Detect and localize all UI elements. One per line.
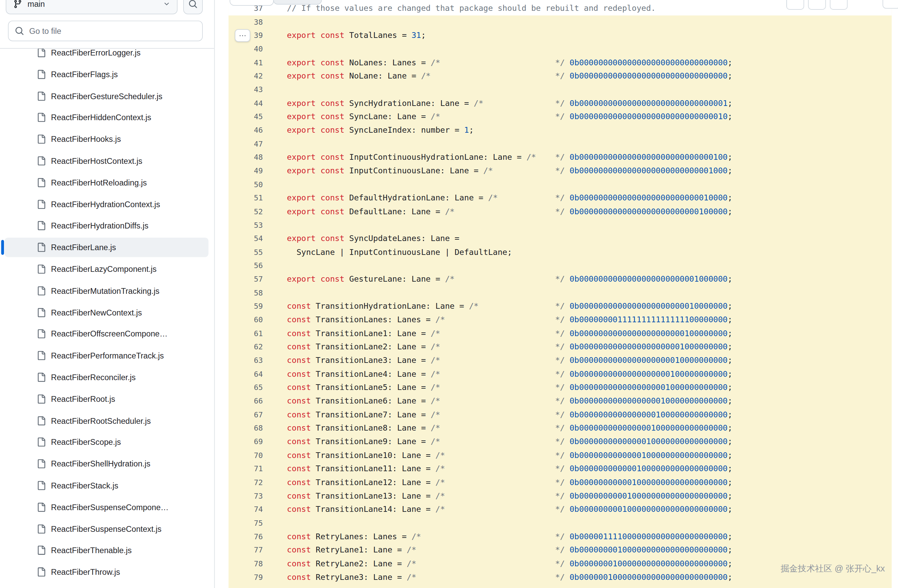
code-line: 52export const DefaultLane: Lane = /* */…: [229, 205, 892, 218]
file-tree-item[interactable]: ReactFiberScope.js: [5, 433, 209, 452]
line-number[interactable]: 79: [229, 571, 263, 584]
line-number[interactable]: 47: [229, 137, 263, 150]
line-number[interactable]: 57: [229, 273, 263, 286]
goto-file-input[interactable]: [29, 26, 196, 35]
code-line: 75: [229, 516, 892, 530]
file-tree-item[interactable]: ReactFiberRoot.js: [5, 389, 209, 409]
file-name: ReactFiberRoot.js: [51, 395, 115, 404]
line-number[interactable]: 45: [229, 110, 263, 124]
line-number[interactable]: 61: [229, 327, 263, 340]
file-name: ReactFiberLazyComponent.js: [51, 264, 157, 273]
file-name: ReactFiberThrow.js: [51, 567, 120, 576]
line-number[interactable]: 44: [229, 97, 263, 110]
line-number[interactable]: 42: [229, 69, 263, 83]
code-line: 68const TransitionLane8: Lane = /* */ 0b…: [229, 421, 892, 435]
line-number[interactable]: 77: [229, 543, 263, 557]
line-number[interactable]: 53: [229, 218, 263, 232]
file-icon: [37, 49, 46, 57]
file-tree-item[interactable]: ReactFiberSuspenseCompone…: [5, 497, 209, 517]
file-tree-item[interactable]: ReactFiberThenable.js: [5, 540, 209, 560]
file-tree-item[interactable]: ReactFiberHostContext.js: [5, 151, 209, 170]
line-number[interactable]: 56: [229, 259, 263, 273]
file-tree-item[interactable]: ReactFiberReconciler.js: [5, 368, 209, 387]
git-branch-icon: [13, 0, 22, 8]
blame-tab-fragment[interactable]: [273, 0, 322, 5]
line-number[interactable]: 60: [229, 313, 263, 327]
file-tree-item[interactable]: ReactFiberErrorLogger.js: [5, 49, 209, 63]
line-number[interactable]: 49: [229, 164, 263, 178]
line-number[interactable]: 55: [229, 246, 263, 259]
file-icon: [37, 221, 46, 230]
tree-search-button[interactable]: [183, 0, 203, 14]
line-number[interactable]: 54: [229, 232, 263, 246]
toolbar-button-fragment[interactable]: [808, 0, 826, 10]
code-line: 46export const SyncLaneIndex: number = 1…: [229, 124, 892, 137]
file-tree-item[interactable]: ReactFiberGestureScheduler.js: [5, 86, 209, 106]
file-tree-item[interactable]: ReactFiberOffscreenCompone…: [5, 324, 209, 344]
line-number[interactable]: 73: [229, 489, 263, 503]
line-number[interactable]: 75: [229, 516, 263, 530]
file-tree-item[interactable]: ReactFiberNewContext.js: [5, 302, 209, 322]
line-number[interactable]: 59: [229, 299, 263, 313]
code-tab-fragment[interactable]: [229, 0, 274, 6]
line-number[interactable]: 64: [229, 367, 263, 381]
goto-file-search[interactable]: [8, 21, 203, 41]
code-text: const TransitionLane9: Lane = /* */ 0b00…: [287, 435, 732, 448]
line-number[interactable]: 58: [229, 286, 263, 299]
code-line: 69const TransitionLane9: Lane = /* */ 0b…: [229, 435, 892, 448]
file-tree-item[interactable]: ReactFiberThrow.js: [5, 562, 209, 582]
line-number[interactable]: 38: [229, 15, 263, 29]
file-tree-item[interactable]: ReactFiberHooks.js: [5, 130, 209, 149]
line-number[interactable]: 71: [229, 462, 263, 476]
file-tree-item[interactable]: ReactFiberLane.js: [5, 238, 209, 257]
file-name: ReactFiberGestureScheduler.js: [51, 91, 163, 101]
code-text: const RetryLane2: Lane = /* */ 0b0000000…: [287, 557, 732, 571]
code-line: 55 SyncLane | InputContinuousLane | Defa…: [229, 246, 892, 259]
file-tree-item[interactable]: ReactFiberSuspenseContext.js: [5, 519, 209, 539]
line-number[interactable]: 76: [229, 530, 263, 543]
line-number[interactable]: 70: [229, 448, 263, 462]
code-line: 62const TransitionLane2: Lane = /* */ 0b…: [229, 340, 892, 354]
code-text: const RetryLane3: Lane = /* */ 0b0000001…: [287, 571, 732, 584]
line-number[interactable]: 78: [229, 557, 263, 571]
line-number[interactable]: 63: [229, 354, 263, 367]
line-number[interactable]: 43: [229, 83, 263, 97]
line-number[interactable]: 74: [229, 503, 263, 516]
file-tree-item[interactable]: ReactFiberStack.js: [5, 476, 209, 495]
file-icon: [37, 524, 46, 533]
file-tree-item[interactable]: ReactFiberHydrationContext.js: [5, 194, 209, 214]
line-number[interactable]: 69: [229, 435, 263, 448]
branch-selector[interactable]: main: [6, 0, 177, 14]
line-number[interactable]: 50: [229, 178, 263, 191]
line-number[interactable]: 46: [229, 124, 263, 137]
toolbar-button-fragment[interactable]: [786, 0, 804, 10]
file-tree-item[interactable]: ReactFiberShellHydration.js: [5, 454, 209, 474]
code-line: 57export const GestureLane: Lane = /* */…: [229, 273, 892, 286]
code-viewer: ⋯ 37// If those values are changed that …: [229, 0, 892, 588]
expand-hidden-lines-button[interactable]: ⋯: [235, 29, 250, 41]
line-number[interactable]: 40: [229, 42, 263, 56]
file-tree-item[interactable]: ReactFiberLazyComponent.js: [5, 259, 209, 279]
file-icon: [37, 157, 46, 166]
line-number[interactable]: 62: [229, 340, 263, 354]
line-number[interactable]: 48: [229, 150, 263, 164]
file-tree-item[interactable]: ReactFiberHiddenContext.js: [5, 108, 209, 127]
file-tree-item[interactable]: ReactFiberFlags.js: [5, 64, 209, 84]
file-tree-item[interactable]: ReactFiberHydrationDiffs.js: [5, 216, 209, 236]
toolbar-button-fragment[interactable]: [883, 0, 898, 8]
line-number[interactable]: 65: [229, 381, 263, 395]
file-tree-item[interactable]: ReactFiberHotReloading.js: [5, 173, 209, 192]
line-number[interactable]: 67: [229, 408, 263, 421]
file-tree-item[interactable]: ReactFiberMutationTracking.js: [5, 281, 209, 301]
toolbar-button-fragment[interactable]: [830, 0, 847, 10]
line-number[interactable]: 41: [229, 56, 263, 69]
file-tree-item[interactable]: ReactFiberRootScheduler.js: [5, 411, 209, 431]
file-tree-item[interactable]: ReactFiberPerformanceTrack.js: [5, 346, 209, 365]
code-line: 48export const InputContinuousHydrationL…: [229, 150, 892, 164]
line-number[interactable]: 66: [229, 395, 263, 408]
line-number[interactable]: 68: [229, 421, 263, 435]
line-number[interactable]: 52: [229, 205, 263, 218]
line-number[interactable]: 72: [229, 476, 263, 489]
line-number[interactable]: 51: [229, 191, 263, 205]
code-text: export const DefaultLane: Lane = /* */ 0…: [287, 205, 732, 218]
